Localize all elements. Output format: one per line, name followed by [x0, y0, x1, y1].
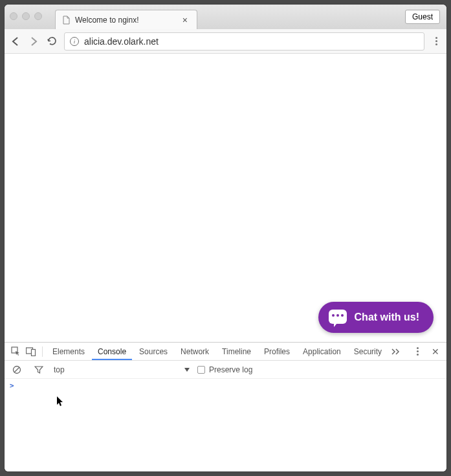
console-prompt: >	[10, 381, 14, 390]
profile-button[interactable]: Guest	[405, 10, 440, 24]
chat-widget[interactable]: Chat with us!	[318, 302, 434, 333]
browser-tab[interactable]: Welcome to nginx! ×	[55, 10, 197, 29]
close-window-button[interactable]	[10, 12, 17, 20]
page-icon	[62, 16, 71, 25]
checkbox-icon	[197, 366, 205, 374]
preserve-log-label: Preserve log	[209, 365, 252, 374]
overflow-tabs-icon[interactable]	[389, 345, 403, 359]
tab-network[interactable]: Network	[175, 343, 215, 360]
maximize-window-button[interactable]	[34, 12, 42, 20]
browser-toolbar: i alicia.dev.olark.net	[5, 29, 446, 54]
clear-console-icon[interactable]	[10, 363, 24, 377]
tab-title: Welcome to nginx!	[75, 16, 139, 25]
back-button[interactable]	[10, 36, 21, 47]
chat-widget-label: Chat with us!	[355, 312, 419, 323]
filter-icon[interactable]	[32, 363, 46, 377]
browser-window: Welcome to nginx! × Guest i alicia.dev.o…	[5, 5, 446, 471]
tab-elements[interactable]: Elements	[47, 343, 91, 360]
forward-button[interactable]	[28, 36, 39, 47]
svg-line-4	[14, 367, 19, 372]
tab-security[interactable]: Security	[348, 343, 388, 360]
console-output[interactable]: >	[5, 379, 446, 471]
devtools-tab-bar: Elements Console Sources Network Timelin…	[5, 343, 446, 361]
context-selector[interactable]: top	[54, 365, 190, 374]
context-label: top	[54, 365, 65, 374]
site-info-icon[interactable]: i	[70, 37, 79, 46]
chevron-down-icon	[184, 368, 190, 372]
close-devtools-icon[interactable]: ✕	[428, 345, 443, 359]
browser-menu-icon[interactable]	[431, 37, 441, 45]
address-bar[interactable]: i alicia.dev.olark.net	[64, 32, 424, 51]
devtools-panel: Elements Console Sources Network Timelin…	[5, 342, 446, 471]
devtools-menu-icon[interactable]	[410, 345, 424, 359]
minimize-window-button[interactable]	[22, 12, 30, 20]
window-controls	[10, 12, 42, 20]
inspect-element-icon[interactable]	[8, 345, 23, 359]
reload-button[interactable]	[46, 36, 58, 47]
page-content: Chat with us!	[5, 54, 446, 342]
url-text: alicia.dev.olark.net	[84, 36, 159, 47]
chat-bubble-icon	[329, 310, 347, 325]
tab-strip: Welcome to nginx! × Guest	[5, 5, 446, 29]
tab-sources[interactable]: Sources	[133, 343, 173, 360]
console-toolbar: top Preserve log	[5, 361, 446, 379]
mouse-cursor-icon	[56, 396, 64, 407]
tab-profiles[interactable]: Profiles	[258, 343, 296, 360]
close-tab-icon[interactable]: ×	[180, 15, 190, 25]
svg-rect-2	[32, 349, 36, 356]
tab-application[interactable]: Application	[297, 343, 347, 360]
device-toolbar-icon[interactable]	[24, 345, 38, 359]
separator	[42, 346, 43, 357]
tab-timeline[interactable]: Timeline	[216, 343, 257, 360]
tab-console[interactable]: Console	[92, 343, 132, 360]
preserve-log-checkbox[interactable]: Preserve log	[197, 365, 252, 374]
